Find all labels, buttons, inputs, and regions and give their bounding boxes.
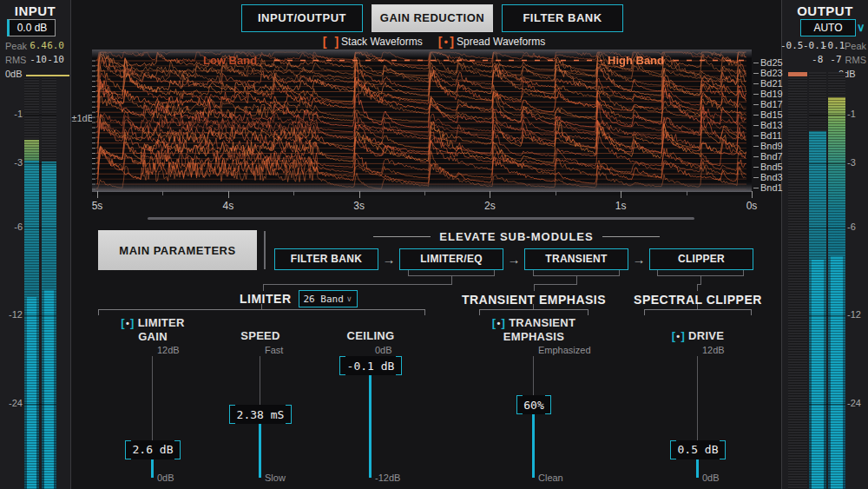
radio-bracket-icon: ] <box>450 35 454 49</box>
param-range-top-label: Emphasized <box>538 345 591 355</box>
band-label-text: Bd11 <box>760 130 782 141</box>
band-label: Bnd3 <box>753 172 783 182</box>
param-value-transient-emphasis[interactable]: 60% <box>516 395 551 414</box>
input-rms-row: RMS-10-10 <box>5 54 68 65</box>
submodule-button-clipper[interactable]: CLIPPER <box>649 248 753 270</box>
tick-mark <box>753 63 759 63</box>
input-panel: INPUT 0.0 dB Peak6.46.0 RMS-10-10 0dB -1… <box>0 0 71 489</box>
band-count-value: 26 Band <box>304 294 344 305</box>
output-rms-bar-right <box>831 256 843 489</box>
tab-gain-reduction[interactable]: GAIN REDUCTION <box>372 4 493 32</box>
output-rms-row: -8-7RMS <box>783 54 866 65</box>
meter-scale-label: -6 <box>2 221 23 232</box>
section-bracket <box>479 309 589 315</box>
param-value-speed[interactable]: 2.38 mS <box>229 405 292 424</box>
time-label: 4s <box>222 200 233 212</box>
param-enable-toggle[interactable]: [•] <box>492 316 505 329</box>
tick-mark <box>809 163 845 164</box>
time-tick <box>359 191 360 198</box>
meter-scale-label: -6 <box>847 221 868 232</box>
waveform-option-label: Spread Waveforms <box>457 36 545 48</box>
meter-scale-label: -3 <box>847 157 868 168</box>
submodule-button-filter-bank[interactable]: FILTER BANK <box>274 248 378 270</box>
param-value-limiter-gain[interactable]: 2.6 dB <box>125 440 181 459</box>
submodule-button-limiter-eq[interactable]: LIMITER/EQ <box>399 248 503 270</box>
param-range-bottom-label: 0dB <box>157 472 174 483</box>
tick-mark <box>809 228 845 228</box>
time-tick <box>490 191 490 198</box>
section-bracket <box>644 309 752 315</box>
meter-row-value: -0.1 <box>803 40 822 51</box>
time-tick <box>162 191 163 195</box>
input-gain-value[interactable]: 0.0 dB <box>7 19 56 36</box>
time-label: 0s <box>746 200 758 212</box>
meter-scale-label: -12 <box>2 309 23 320</box>
param-range-top-label: Fast <box>265 345 283 355</box>
band-label: Bd25 <box>753 57 783 68</box>
band-label: Bd17 <box>753 99 783 109</box>
time-tick <box>424 191 425 195</box>
radio-bracket-icon: ] <box>334 35 339 49</box>
tab-filter-bank[interactable]: FILTER BANK <box>502 4 623 32</box>
connector-line <box>261 304 262 309</box>
band-label-text: Bd25 <box>760 57 783 68</box>
input-peak-row: Peak6.46.0 <box>5 40 68 51</box>
timeline-scrollbar[interactable] <box>148 217 694 220</box>
connector-line <box>533 270 620 276</box>
param-range-top-label: 12dB <box>702 345 725 355</box>
chevron-down-icon[interactable]: ∨ <box>857 21 865 34</box>
band-label: Bnd9 <box>753 141 783 151</box>
output-title: OUTPUT <box>782 3 868 18</box>
time-tick <box>97 191 98 198</box>
connector-line <box>263 284 452 285</box>
param-enable-toggle[interactable]: [•] <box>121 316 134 329</box>
meter-scale-label: -3 <box>2 157 23 168</box>
submodules-header: ELEVATE SUB-MODULES <box>373 229 660 243</box>
divider <box>373 236 431 237</box>
band-count-select[interactable]: 26 Band ∨ <box>299 290 358 307</box>
time-label: 1s <box>615 200 627 212</box>
band-label: Bd15 <box>753 109 783 120</box>
time-tick <box>752 191 753 198</box>
waveform-option-spread-waveforms[interactable]: [•]Spread Waveforms <box>438 35 546 49</box>
meter-row-value: -10 <box>47 54 64 65</box>
band-label-text: Bnd1 <box>760 182 783 193</box>
param-range-bottom-label: -12dB <box>375 472 400 483</box>
section-bracket <box>98 309 425 315</box>
connector-line <box>451 276 452 284</box>
main-parameters-button[interactable]: MAIN PARAMETERS <box>98 230 257 270</box>
input-zero-db-label: 0dB <box>5 69 23 79</box>
tick-mark <box>753 104 759 105</box>
param-enable-toggle[interactable]: [•] <box>672 329 685 342</box>
output-mode-select[interactable]: AUTO <box>800 19 856 36</box>
output-peak-row: -0.5-0.1-0.1Peak <box>783 40 866 51</box>
view-tabs: INPUT/OUTPUTGAIN REDUCTIONFILTER BANK <box>241 4 623 32</box>
meter-row-value: 6.0 <box>47 40 64 51</box>
tick-mark <box>809 315 845 316</box>
param-range-bottom-label: Clean <box>538 472 563 483</box>
band-label: Bd19 <box>753 89 783 99</box>
param-name-line: [•] DRIVE <box>633 329 763 343</box>
param-slider-fill <box>532 413 535 478</box>
tick-mark <box>24 315 56 316</box>
time-tick <box>556 191 556 195</box>
band-label: Bnd7 <box>753 151 783 162</box>
submodule-button-transient[interactable]: TRANSIENT <box>524 248 628 270</box>
flow-arrow-icon: → <box>383 252 396 267</box>
tab-input-output[interactable]: INPUT/OUTPUT <box>241 4 363 32</box>
flow-arrow-icon: → <box>508 252 521 267</box>
meter-row-value: -8 <box>805 54 823 65</box>
band-label-text: Bnd9 <box>760 141 783 151</box>
param-value-ceiling[interactable]: -0.1 dB <box>339 356 402 375</box>
radio-dot-icon: • <box>442 36 450 49</box>
band-label-text: Bd13 <box>760 120 783 130</box>
param-name-line: [•] TRANSIENT <box>469 316 599 330</box>
band-label-text: Bd15 <box>760 109 783 120</box>
param-name-line: CEILING <box>306 329 436 342</box>
radio-dot-icon <box>326 36 334 49</box>
param-value-drive[interactable]: 0.5 dB <box>670 440 726 459</box>
band-label-text: Bnd7 <box>760 151 783 162</box>
band-label-text: Bd21 <box>760 78 783 89</box>
waveform-option-stack-waveforms[interactable]: [ ]Stack Waveforms <box>323 35 423 49</box>
meter-row-value: -10 <box>30 54 47 65</box>
